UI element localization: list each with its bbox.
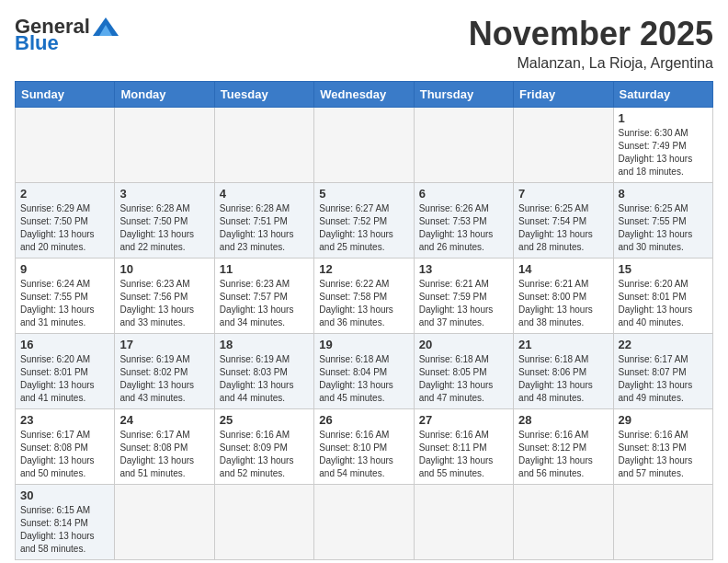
- calendar-week-row: 9Sunrise: 6:24 AM Sunset: 7:55 PM Daylig…: [16, 259, 713, 334]
- calendar-cell: 13Sunrise: 6:21 AM Sunset: 7:59 PM Dayli…: [414, 259, 513, 334]
- day-info: Sunrise: 6:25 AM Sunset: 7:54 PM Dayligh…: [518, 202, 608, 254]
- calendar-week-row: 1Sunrise: 6:30 AM Sunset: 7:49 PM Daylig…: [16, 108, 713, 183]
- day-info: Sunrise: 6:30 AM Sunset: 7:49 PM Dayligh…: [619, 127, 708, 178]
- day-number: 1: [619, 111, 708, 125]
- calendar-cell: [514, 485, 613, 560]
- calendar-cell: 28Sunrise: 6:16 AM Sunset: 8:12 PM Dayli…: [514, 409, 613, 485]
- calendar-cell: [414, 485, 513, 560]
- calendar-cell: [314, 108, 414, 183]
- weekday-header-monday: Monday: [115, 82, 214, 108]
- calendar-cell: 29Sunrise: 6:16 AM Sunset: 8:13 PM Dayli…: [613, 409, 712, 485]
- day-info: Sunrise: 6:19 AM Sunset: 8:03 PM Dayligh…: [220, 353, 309, 405]
- day-info: Sunrise: 6:16 AM Sunset: 8:13 PM Dayligh…: [619, 429, 708, 480]
- calendar-cell: 20Sunrise: 6:18 AM Sunset: 8:05 PM Dayli…: [414, 334, 513, 409]
- day-number: 3: [119, 187, 209, 201]
- day-info: Sunrise: 6:15 AM Sunset: 8:14 PM Dayligh…: [20, 504, 109, 556]
- day-info: Sunrise: 6:28 AM Sunset: 7:50 PM Dayligh…: [119, 202, 209, 254]
- weekday-header-thursday: Thursday: [414, 82, 513, 108]
- day-info: Sunrise: 6:16 AM Sunset: 8:11 PM Dayligh…: [419, 429, 508, 480]
- calendar-cell: [214, 485, 313, 560]
- logo: General Blue: [15, 15, 119, 55]
- calendar-cell: 4Sunrise: 6:28 AM Sunset: 7:51 PM Daylig…: [214, 183, 313, 259]
- day-number: 23: [20, 413, 109, 427]
- calendar-cell: 22Sunrise: 6:17 AM Sunset: 8:07 PM Dayli…: [613, 334, 712, 409]
- calendar-week-row: 2Sunrise: 6:29 AM Sunset: 7:50 PM Daylig…: [16, 183, 713, 259]
- weekday-header-tuesday: Tuesday: [214, 82, 313, 108]
- day-number: 7: [518, 187, 608, 201]
- calendar-cell: 15Sunrise: 6:20 AM Sunset: 8:01 PM Dayli…: [613, 259, 712, 334]
- calendar-cell: 17Sunrise: 6:19 AM Sunset: 8:02 PM Dayli…: [115, 334, 214, 409]
- calendar-cell: 2Sunrise: 6:29 AM Sunset: 7:50 PM Daylig…: [16, 183, 115, 259]
- day-number: 5: [319, 187, 408, 201]
- logo-blue-text: Blue: [15, 31, 59, 55]
- day-number: 8: [619, 187, 708, 201]
- calendar-cell: 9Sunrise: 6:24 AM Sunset: 7:55 PM Daylig…: [16, 259, 115, 334]
- calendar-cell: 3Sunrise: 6:28 AM Sunset: 7:50 PM Daylig…: [115, 183, 214, 259]
- day-info: Sunrise: 6:25 AM Sunset: 7:55 PM Dayligh…: [619, 202, 708, 254]
- calendar-cell: 1Sunrise: 6:30 AM Sunset: 7:49 PM Daylig…: [613, 108, 712, 183]
- day-info: Sunrise: 6:16 AM Sunset: 8:12 PM Dayligh…: [518, 429, 608, 480]
- day-number: 28: [518, 413, 608, 427]
- calendar-cell: [613, 485, 712, 560]
- day-number: 6: [419, 187, 508, 201]
- day-info: Sunrise: 6:20 AM Sunset: 8:01 PM Dayligh…: [619, 278, 708, 329]
- day-info: Sunrise: 6:23 AM Sunset: 7:57 PM Dayligh…: [220, 278, 309, 329]
- weekday-header-saturday: Saturday: [613, 82, 712, 108]
- calendar-cell: 6Sunrise: 6:26 AM Sunset: 7:53 PM Daylig…: [414, 183, 513, 259]
- day-number: 26: [319, 413, 408, 427]
- day-info: Sunrise: 6:26 AM Sunset: 7:53 PM Dayligh…: [419, 202, 508, 254]
- calendar-cell: 7Sunrise: 6:25 AM Sunset: 7:54 PM Daylig…: [514, 183, 613, 259]
- day-number: 22: [619, 338, 708, 351]
- day-number: 24: [119, 413, 209, 427]
- day-number: 30: [20, 488, 109, 502]
- weekday-header-row: SundayMondayTuesdayWednesdayThursdayFrid…: [16, 82, 713, 108]
- day-info: Sunrise: 6:28 AM Sunset: 7:51 PM Dayligh…: [220, 202, 309, 254]
- day-info: Sunrise: 6:20 AM Sunset: 8:01 PM Dayligh…: [20, 353, 109, 405]
- calendar-cell: [414, 108, 513, 183]
- calendar-cell: 11Sunrise: 6:23 AM Sunset: 7:57 PM Dayli…: [214, 259, 313, 334]
- day-info: Sunrise: 6:24 AM Sunset: 7:55 PM Dayligh…: [20, 278, 109, 329]
- day-number: 10: [119, 262, 209, 276]
- day-info: Sunrise: 6:29 AM Sunset: 7:50 PM Dayligh…: [20, 202, 109, 254]
- day-info: Sunrise: 6:16 AM Sunset: 8:09 PM Dayligh…: [220, 429, 309, 480]
- calendar-cell: [16, 108, 115, 183]
- weekday-header-friday: Friday: [514, 82, 613, 108]
- day-info: Sunrise: 6:17 AM Sunset: 8:07 PM Dayligh…: [619, 353, 708, 405]
- calendar-cell: [314, 485, 414, 560]
- day-number: 19: [319, 338, 408, 351]
- calendar-cell: 26Sunrise: 6:16 AM Sunset: 8:10 PM Dayli…: [314, 409, 414, 485]
- day-number: 20: [419, 338, 508, 351]
- calendar-cell: [115, 108, 214, 183]
- calendar-cell: 14Sunrise: 6:21 AM Sunset: 8:00 PM Dayli…: [514, 259, 613, 334]
- calendar-cell: 5Sunrise: 6:27 AM Sunset: 7:52 PM Daylig…: [314, 183, 414, 259]
- day-info: Sunrise: 6:18 AM Sunset: 8:06 PM Dayligh…: [518, 353, 608, 405]
- day-number: 12: [319, 262, 408, 276]
- day-number: 15: [619, 262, 708, 276]
- logo-icon: [93, 17, 119, 36]
- calendar-cell: [115, 485, 214, 560]
- calendar-week-row: 16Sunrise: 6:20 AM Sunset: 8:01 PM Dayli…: [16, 334, 713, 409]
- title-section: November 2025 Malanzan, La Rioja, Argent…: [469, 15, 713, 72]
- calendar-cell: 30Sunrise: 6:15 AM Sunset: 8:14 PM Dayli…: [16, 485, 115, 560]
- month-title: November 2025: [469, 15, 713, 53]
- day-info: Sunrise: 6:19 AM Sunset: 8:02 PM Dayligh…: [119, 353, 209, 405]
- day-info: Sunrise: 6:23 AM Sunset: 7:56 PM Dayligh…: [119, 278, 209, 329]
- calendar-cell: 16Sunrise: 6:20 AM Sunset: 8:01 PM Dayli…: [16, 334, 115, 409]
- calendar-cell: [214, 108, 313, 183]
- calendar-cell: 21Sunrise: 6:18 AM Sunset: 8:06 PM Dayli…: [514, 334, 613, 409]
- calendar-cell: 23Sunrise: 6:17 AM Sunset: 8:08 PM Dayli…: [16, 409, 115, 485]
- calendar-cell: 19Sunrise: 6:18 AM Sunset: 8:04 PM Dayli…: [314, 334, 414, 409]
- calendar-cell: [514, 108, 613, 183]
- day-info: Sunrise: 6:16 AM Sunset: 8:10 PM Dayligh…: [319, 429, 408, 480]
- calendar-cell: 12Sunrise: 6:22 AM Sunset: 7:58 PM Dayli…: [314, 259, 414, 334]
- day-number: 29: [619, 413, 708, 427]
- day-info: Sunrise: 6:18 AM Sunset: 8:05 PM Dayligh…: [419, 353, 508, 405]
- calendar-cell: 10Sunrise: 6:23 AM Sunset: 7:56 PM Dayli…: [115, 259, 214, 334]
- day-info: Sunrise: 6:17 AM Sunset: 8:08 PM Dayligh…: [119, 429, 209, 480]
- weekday-header-sunday: Sunday: [16, 82, 115, 108]
- day-number: 14: [518, 262, 608, 276]
- day-info: Sunrise: 6:18 AM Sunset: 8:04 PM Dayligh…: [319, 353, 408, 405]
- calendar-cell: 18Sunrise: 6:19 AM Sunset: 8:03 PM Dayli…: [214, 334, 313, 409]
- header: General Blue November 2025 Malanzan, La …: [15, 15, 713, 72]
- day-number: 18: [220, 338, 309, 351]
